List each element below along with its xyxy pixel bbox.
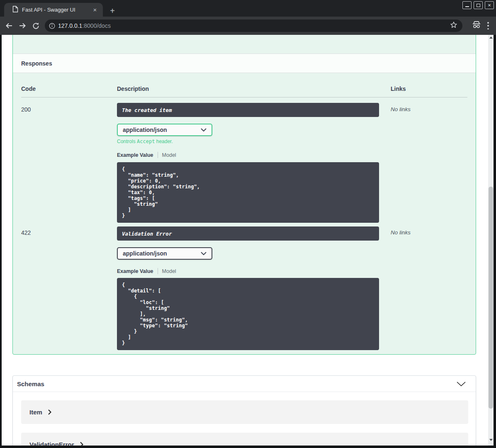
- media-type-value: application/json: [123, 127, 167, 133]
- example-code-block: { "detail": [ { "loc": [ "string" ], "ms…: [117, 278, 379, 350]
- minimize-icon: [465, 6, 469, 7]
- schemas-section: Schemas Item ValidationError: [12, 375, 476, 446]
- page-favicon-icon: [12, 6, 18, 14]
- response-row-200: 200 The created item application/json Co…: [21, 103, 467, 223]
- url-text: 127.0.0.1:8000/docs: [58, 22, 450, 29]
- response-code: 422: [21, 226, 117, 350]
- forward-button[interactable]: [16, 19, 29, 32]
- tab-model[interactable]: Model: [162, 268, 176, 274]
- response-code: 200: [21, 103, 117, 223]
- collapse-chevron-icon[interactable]: [457, 382, 466, 386]
- response-links: No links: [391, 103, 467, 223]
- swagger-page: Responses Code Description Links 200 The…: [2, 35, 488, 446]
- tab-separator: [158, 268, 158, 274]
- scrollbar-down-arrow-icon[interactable]: [488, 439, 494, 442]
- model-name: ValidationError: [29, 441, 74, 446]
- example-model-tabs: Example Value Model: [117, 268, 391, 274]
- model-name: Item: [29, 409, 42, 416]
- response-row-422: 422 Validation Error application/json Ex…: [21, 226, 467, 350]
- model-item[interactable]: Item: [21, 400, 468, 424]
- example-model-tabs: Example Value Model: [117, 152, 391, 158]
- bookmark-star-button[interactable]: [450, 21, 457, 30]
- chevron-right-icon: [48, 409, 51, 415]
- column-links: Links: [391, 85, 467, 92]
- responses-table-header: Code Description Links: [21, 73, 467, 97]
- close-icon: ×: [488, 2, 491, 8]
- controls-accept-note: Controls Accept header.: [117, 139, 391, 144]
- example-json: { "name": "string", "price": 0, "descrip…: [122, 166, 379, 219]
- schemas-body: Item ValidationError: [13, 392, 476, 446]
- scrollbar-up-arrow-icon[interactable]: [488, 37, 494, 40]
- post-operation-block: Responses Code Description Links 200 The…: [12, 35, 476, 355]
- incognito-badge-icon: [472, 21, 481, 31]
- response-description-cell: The created item application/json Contro…: [117, 103, 391, 223]
- example-json: { "detail": [ { "loc": [ "string" ], "ms…: [122, 282, 379, 346]
- tab-example-value[interactable]: Example Value: [117, 268, 153, 274]
- schemas-title: Schemas: [17, 380, 44, 387]
- forward-arrow-icon: [18, 22, 27, 30]
- browser-menu-button[interactable]: [486, 21, 490, 30]
- media-type-value: application/json: [123, 250, 167, 257]
- tab-title: Fast API - Swagger UI: [22, 7, 91, 13]
- responses-table: Code Description Links 200 The created i…: [13, 73, 476, 350]
- response-description: Validation Error: [117, 226, 379, 241]
- address-bar[interactable]: 127.0.0.1:8000/docs: [45, 19, 462, 32]
- tab-strip: Fast API - Swagger UI × + ×: [0, 0, 496, 17]
- reload-icon: [32, 22, 40, 30]
- url-host: 127.0.0.1: [58, 22, 82, 29]
- responses-title: Responses: [21, 60, 52, 67]
- tab-separator: [158, 152, 158, 158]
- response-description: The created item: [117, 103, 379, 117]
- chevron-down-icon: [201, 252, 207, 255]
- model-validationerror[interactable]: ValidationError: [21, 433, 468, 446]
- back-arrow-icon: [5, 22, 13, 30]
- example-code-block: { "name": "string", "price": 0, "descrip…: [117, 162, 379, 223]
- media-type-select[interactable]: application/json: [117, 124, 212, 136]
- responses-section-header: Responses: [13, 54, 476, 73]
- site-info-icon[interactable]: [49, 23, 55, 29]
- response-links: No links: [391, 226, 467, 350]
- new-tab-button[interactable]: +: [107, 5, 118, 16]
- opblock-spacer: [13, 35, 476, 54]
- page-scrollbar[interactable]: [488, 35, 494, 446]
- reload-button[interactable]: [29, 19, 42, 32]
- tab-example-value[interactable]: Example Value: [117, 152, 153, 158]
- chevron-down-icon: [201, 128, 207, 131]
- maximize-icon: [477, 4, 480, 7]
- window-maximize-button[interactable]: [474, 1, 483, 9]
- column-code: Code: [21, 85, 117, 92]
- response-description-cell: Validation Error application/json Exampl…: [117, 226, 391, 350]
- url-path: :8000/docs: [82, 22, 111, 29]
- back-button[interactable]: [2, 19, 16, 32]
- window-controls: ×: [462, 1, 494, 9]
- column-description: Description: [117, 85, 391, 92]
- browser-tab[interactable]: Fast API - Swagger UI ×: [4, 3, 103, 17]
- star-icon: [450, 21, 457, 29]
- scrollbar-thumb[interactable]: [489, 187, 493, 409]
- browser-toolbar: 127.0.0.1:8000/docs: [0, 17, 496, 35]
- chevron-right-icon: [80, 442, 83, 446]
- tab-close-icon[interactable]: ×: [91, 7, 99, 13]
- schemas-header[interactable]: Schemas: [13, 376, 476, 392]
- window-minimize-button[interactable]: [462, 1, 472, 9]
- media-type-select[interactable]: application/json: [117, 247, 212, 260]
- tab-model[interactable]: Model: [162, 152, 176, 158]
- window-close-button[interactable]: ×: [485, 1, 494, 9]
